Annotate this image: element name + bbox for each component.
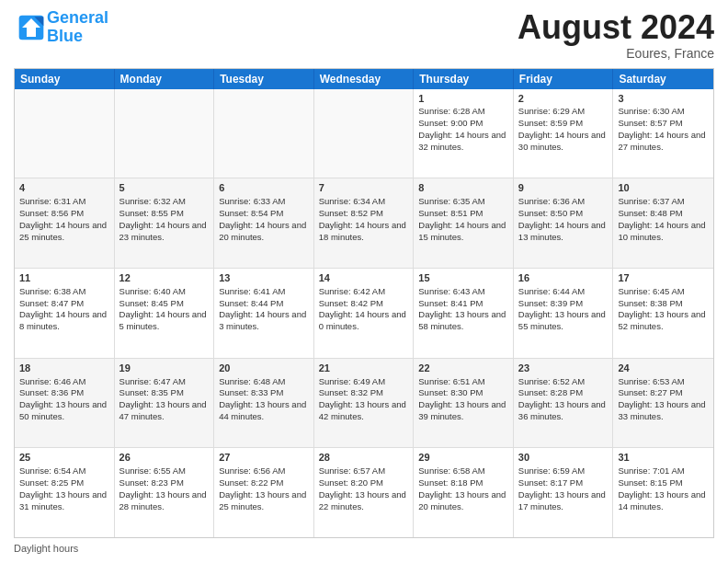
calendar-row-1: 4Sunrise: 6:31 AMSunset: 8:56 PMDaylight… [15, 178, 713, 269]
day-info-line: Sunset: 8:39 PM [518, 298, 609, 310]
header-day-thursday: Thursday [414, 69, 514, 89]
day-cell-7: 7Sunrise: 6:34 AMSunset: 8:52 PMDaylight… [314, 178, 415, 268]
day-info-line: Sunset: 8:56 PM [19, 208, 109, 220]
day-info-line: Sunset: 8:38 PM [618, 298, 709, 310]
day-cell-1: 1Sunrise: 6:28 AMSunset: 9:00 PMDaylight… [414, 89, 514, 178]
calendar-row-3: 18Sunrise: 6:46 AMSunset: 8:36 PMDayligh… [15, 359, 713, 449]
day-info-line: Daylight: 13 hours and 28 minutes. [119, 489, 210, 513]
day-info-line: Sunset: 8:32 PM [319, 387, 409, 399]
day-number: 3 [618, 92, 709, 106]
day-number: 24 [618, 362, 709, 375]
day-info-line: Sunrise: 6:52 AM [518, 376, 609, 388]
header-day-saturday: Saturday [613, 69, 713, 89]
day-info-line: Sunset: 8:15 PM [618, 477, 709, 489]
day-info-line: Daylight: 13 hours and 17 minutes. [518, 489, 609, 513]
day-info-line: Daylight: 13 hours and 47 minutes. [119, 399, 210, 423]
day-info-line: Sunrise: 6:41 AM [219, 286, 309, 298]
day-info-line: Sunset: 8:42 PM [319, 298, 409, 310]
day-cell-28: 28Sunrise: 6:57 AMSunset: 8:20 PMDayligh… [314, 448, 415, 537]
logo-icon [17, 14, 45, 41]
day-cell-8: 8Sunrise: 6:35 AMSunset: 8:51 PMDaylight… [414, 178, 514, 268]
day-number: 10 [618, 181, 709, 195]
day-info-line: Daylight: 13 hours and 31 minutes. [19, 489, 109, 513]
day-cell-14: 14Sunrise: 6:42 AMSunset: 8:42 PMDayligh… [314, 269, 415, 358]
day-cell-4: 4Sunrise: 6:31 AMSunset: 8:56 PMDaylight… [15, 178, 115, 268]
day-info-line: Sunrise: 6:35 AM [418, 196, 508, 208]
day-info-line: Sunrise: 6:36 AM [518, 196, 609, 208]
day-number: 2 [518, 92, 609, 106]
day-number: 1 [418, 92, 508, 106]
footer-label: Daylight hours [14, 543, 78, 554]
day-info-line: Sunrise: 6:28 AM [418, 106, 508, 118]
day-info-line: Daylight: 13 hours and 25 minutes. [219, 489, 309, 513]
calendar-row-2: 11Sunrise: 6:38 AMSunset: 8:47 PMDayligh… [15, 269, 713, 359]
day-info-line: Sunset: 8:50 PM [518, 208, 609, 220]
page: General Blue August 2024 Eoures, France … [0, 0, 728, 563]
day-info-line: Sunset: 8:33 PM [219, 387, 309, 399]
header-day-friday: Friday [514, 69, 614, 89]
day-info-line: Sunrise: 6:54 AM [19, 465, 109, 477]
day-cell-12: 12Sunrise: 6:40 AMSunset: 8:45 PMDayligh… [115, 269, 215, 358]
day-number: 30 [518, 451, 609, 465]
day-info-line: Daylight: 13 hours and 50 minutes. [19, 399, 109, 423]
day-info-line: Sunset: 8:44 PM [219, 298, 309, 310]
day-number: 15 [418, 271, 508, 285]
day-info-line: Sunrise: 6:40 AM [119, 286, 210, 298]
day-info-line: Sunrise: 6:44 AM [518, 286, 609, 298]
day-info-line: Sunset: 8:54 PM [219, 208, 309, 220]
day-info-line: Sunrise: 6:48 AM [219, 376, 309, 388]
day-cell-24: 24Sunrise: 6:53 AMSunset: 8:27 PMDayligh… [613, 359, 713, 448]
day-info-line: Daylight: 13 hours and 42 minutes. [319, 399, 409, 423]
day-number: 11 [19, 271, 109, 285]
day-info-line: Daylight: 13 hours and 52 minutes. [618, 309, 709, 333]
day-info-line: Sunrise: 6:32 AM [119, 196, 210, 208]
calendar-row-4: 25Sunrise: 6:54 AMSunset: 8:25 PMDayligh… [15, 448, 713, 537]
day-cell-18: 18Sunrise: 6:46 AMSunset: 8:36 PMDayligh… [15, 359, 115, 448]
empty-cell [115, 89, 215, 178]
day-info-line: Sunrise: 6:29 AM [518, 106, 609, 118]
day-info-line: Sunset: 8:25 PM [19, 477, 109, 489]
logo-general: General [47, 8, 108, 27]
day-info-line: Sunrise: 6:38 AM [19, 286, 109, 298]
day-info-line: Daylight: 14 hours and 20 minutes. [219, 220, 309, 244]
day-number: 27 [219, 451, 309, 465]
day-number: 28 [319, 451, 409, 465]
day-info-line: Sunset: 8:36 PM [19, 387, 109, 399]
day-info-line: Daylight: 14 hours and 27 minutes. [618, 130, 709, 154]
day-number: 21 [319, 362, 409, 375]
day-info-line: Sunrise: 6:58 AM [418, 465, 508, 477]
day-info-line: Daylight: 14 hours and 10 minutes. [618, 220, 709, 244]
day-cell-30: 30Sunrise: 6:59 AMSunset: 8:17 PMDayligh… [514, 448, 614, 537]
day-info-line: Daylight: 14 hours and 5 minutes. [119, 309, 210, 333]
day-info-line: Sunrise: 6:53 AM [618, 376, 709, 388]
day-cell-29: 29Sunrise: 6:58 AMSunset: 8:18 PMDayligh… [414, 448, 514, 537]
day-info-line: Sunrise: 6:43 AM [418, 286, 508, 298]
day-number: 18 [19, 362, 109, 375]
day-number: 6 [219, 181, 309, 195]
day-info-line: Daylight: 13 hours and 39 minutes. [418, 399, 508, 423]
day-info-line: Sunset: 8:57 PM [618, 118, 709, 130]
day-info-line: Sunset: 8:30 PM [418, 387, 508, 399]
day-info-line: Sunrise: 6:47 AM [119, 376, 210, 388]
day-info-line: Sunset: 8:51 PM [418, 208, 508, 220]
day-info-line: Sunset: 8:27 PM [618, 387, 709, 399]
day-info-line: Sunrise: 6:34 AM [319, 196, 409, 208]
empty-cell [314, 89, 415, 178]
day-info-line: Daylight: 14 hours and 32 minutes. [418, 130, 508, 154]
day-info-line: Daylight: 14 hours and 8 minutes. [19, 309, 109, 333]
day-info-line: Sunrise: 6:49 AM [319, 376, 409, 388]
header-day-monday: Monday [115, 69, 215, 89]
day-cell-9: 9Sunrise: 6:36 AMSunset: 8:50 PMDaylight… [514, 178, 614, 268]
day-number: 12 [119, 271, 210, 285]
day-info-line: Daylight: 13 hours and 55 minutes. [518, 309, 609, 333]
day-cell-21: 21Sunrise: 6:49 AMSunset: 8:32 PMDayligh… [314, 359, 415, 448]
day-cell-20: 20Sunrise: 6:48 AMSunset: 8:33 PMDayligh… [214, 359, 314, 448]
day-info-line: Sunset: 8:52 PM [319, 208, 409, 220]
logo-text: General Blue [47, 9, 108, 46]
day-info-line: Sunrise: 7:01 AM [618, 465, 709, 477]
day-cell-3: 3Sunrise: 6:30 AMSunset: 8:57 PMDaylight… [613, 89, 713, 178]
day-number: 17 [618, 271, 709, 285]
day-info-line: Daylight: 14 hours and 30 minutes. [518, 130, 609, 154]
day-info-line: Daylight: 13 hours and 44 minutes. [219, 399, 309, 423]
header-day-wednesday: Wednesday [314, 69, 415, 89]
